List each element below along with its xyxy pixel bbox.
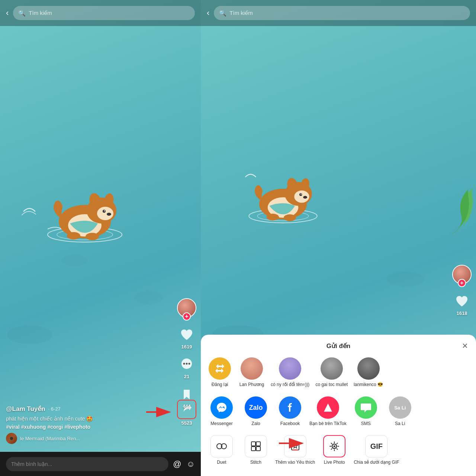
svg-point-14 xyxy=(67,232,80,239)
contact-2-name: có ny rồi đổi tên=))) xyxy=(271,382,309,388)
sali-app[interactable]: Sa Li Sa Li xyxy=(385,396,415,426)
tiktok-friends-icon xyxy=(317,396,339,419)
share-arrow-indicator xyxy=(144,405,174,421)
right-corgi-illustration xyxy=(242,167,324,228)
facebook-app[interactable]: Facebook xyxy=(275,396,305,426)
svg-point-49 xyxy=(334,446,335,447)
likes-count: 1619 xyxy=(181,344,192,350)
dragon-tail xyxy=(431,167,476,241)
svg-point-32 xyxy=(303,196,307,199)
comment-icon xyxy=(179,357,194,372)
emoji-icon[interactable]: ☺ xyxy=(187,459,195,469)
live-photo-icon xyxy=(328,440,340,452)
svg-point-29 xyxy=(294,190,309,203)
zalo-icon: Zalo xyxy=(245,396,267,419)
stitch-icon xyxy=(250,440,262,452)
stitch-action[interactable]: Stitch xyxy=(241,435,271,466)
tiktok-friends-app[interactable]: Bạn bè trên TikTok xyxy=(309,396,347,426)
water-ripples-left xyxy=(20,200,57,222)
right-creator-avatar[interactable]: + xyxy=(452,265,472,284)
svg-rect-43 xyxy=(256,442,260,446)
duet-action[interactable]: Duet xyxy=(207,435,237,466)
right-heart-icon xyxy=(454,294,469,309)
stitch-label: Stitch xyxy=(250,460,261,466)
messenger-icon xyxy=(210,396,233,419)
creator-avatar[interactable]: + xyxy=(177,298,196,318)
contact-3-avatar xyxy=(321,357,343,380)
username[interactable]: @Lam Tuyền xyxy=(6,405,45,413)
like-button[interactable]: 1619 xyxy=(178,327,195,350)
contact-3[interactable]: co gai toc mullet xyxy=(315,357,348,388)
svg-point-15 xyxy=(86,233,99,240)
svg-rect-45 xyxy=(256,447,260,451)
messenger-label: Messenger xyxy=(210,421,232,426)
follow-button[interactable]: + xyxy=(183,312,191,321)
contact-3-name: co gai toc mullet xyxy=(315,382,348,388)
contact-1-name: Lan Phương xyxy=(239,382,264,388)
duet-icon xyxy=(216,440,228,452)
svg-point-1 xyxy=(134,291,164,304)
contact-4-name: lanmikenco 😎 xyxy=(354,382,383,388)
repost-contact[interactable]: Đăng lại xyxy=(207,357,233,388)
video-hashtags: #viral #xuhuong #corgi #livephoto xyxy=(6,424,195,430)
contact-4[interactable]: lanmikenco 😎 xyxy=(354,357,383,388)
left-back-button[interactable]: ‹ xyxy=(6,8,9,18)
sms-app[interactable]: SMS xyxy=(351,396,381,426)
share-sheet-title: Gửi đến xyxy=(327,342,350,350)
mention-icon[interactable]: @ xyxy=(173,459,181,469)
svg-line-56 xyxy=(337,443,338,444)
right-like-button[interactable]: 1618 xyxy=(454,293,470,316)
svg-point-11 xyxy=(107,213,111,216)
live-photo-arrow-indicator xyxy=(277,436,307,452)
right-search-icon: 🔍 xyxy=(219,10,226,17)
left-search-placeholder: Tìm kiếm xyxy=(29,10,52,16)
contact-2[interactable]: có ny rồi đổi tên=))) xyxy=(271,357,309,388)
contacts-row: Đăng lại Lan Phương có ny rồi đổi tên=))… xyxy=(201,354,476,394)
svg-point-19 xyxy=(189,363,190,365)
music-title: le Mermaid (Marimba Ren... xyxy=(20,436,80,441)
svg-marker-37 xyxy=(324,403,332,412)
search-icon: 🔍 xyxy=(18,10,26,17)
duet-label: Duet xyxy=(217,460,226,466)
facebook-icon xyxy=(279,396,301,419)
left-sidebar: + 1619 21 xyxy=(177,298,196,409)
music-info[interactable]: le Mermaid (Marimba Ren... xyxy=(6,433,195,444)
sali-icon: Sa Li xyxy=(389,396,411,419)
facebook-label: Facebook xyxy=(280,421,300,426)
share-sheet: Gửi đến ✕ Đăng lại xyxy=(201,335,476,476)
left-search-bar[interactable]: 🔍 Tìm kiếm xyxy=(13,6,195,20)
comment-input-field[interactable]: Thêm bình luận... xyxy=(6,457,168,471)
svg-point-18 xyxy=(186,363,188,365)
share-sheet-header: Gửi đến ✕ xyxy=(201,335,476,354)
svg-point-2 xyxy=(61,255,87,266)
svg-line-57 xyxy=(331,449,332,450)
repost-label: Đăng lại xyxy=(212,382,228,388)
live-photo-action[interactable]: Live Photo xyxy=(319,435,349,466)
duet-icon-box xyxy=(210,435,233,457)
live-photo-label: Live Photo xyxy=(324,460,345,466)
svg-point-0 xyxy=(7,325,52,344)
right-search-bar[interactable]: 🔍 Tìm kiếm xyxy=(214,6,470,20)
svg-point-17 xyxy=(183,363,185,365)
comment-button[interactable]: 21 xyxy=(178,356,195,379)
right-follow-button[interactable]: + xyxy=(458,279,466,287)
right-header: ‹ 🔍 Tìm kiếm xyxy=(201,0,476,26)
post-date: · 6-27 xyxy=(48,406,61,412)
contact-lan-phuong[interactable]: Lan Phương xyxy=(239,357,265,388)
left-header: ‹ 🔍 Tìm kiếm xyxy=(0,0,201,26)
comment-placeholder: Thêm bình luận... xyxy=(11,461,52,467)
actions-row: Duet Stitch xyxy=(201,432,476,469)
heart-icon xyxy=(179,327,194,342)
music-disc-icon xyxy=(6,433,17,444)
right-sidebar-icons: + 1618 xyxy=(452,265,472,316)
svg-point-31 xyxy=(300,194,302,195)
svg-point-8 xyxy=(97,207,113,220)
svg-point-10 xyxy=(104,210,105,212)
right-back-button[interactable]: ‹ xyxy=(207,8,209,18)
zalo-app[interactable]: Zalo Zalo xyxy=(241,396,271,426)
close-share-sheet-button[interactable]: ✕ xyxy=(460,341,470,351)
svg-point-35 xyxy=(267,214,279,221)
gif-action[interactable]: GIF Chia sẻ dưới dạng GIF xyxy=(354,435,399,466)
contact-4-avatar xyxy=(357,357,380,380)
messenger-app[interactable]: Messenger xyxy=(207,396,237,426)
